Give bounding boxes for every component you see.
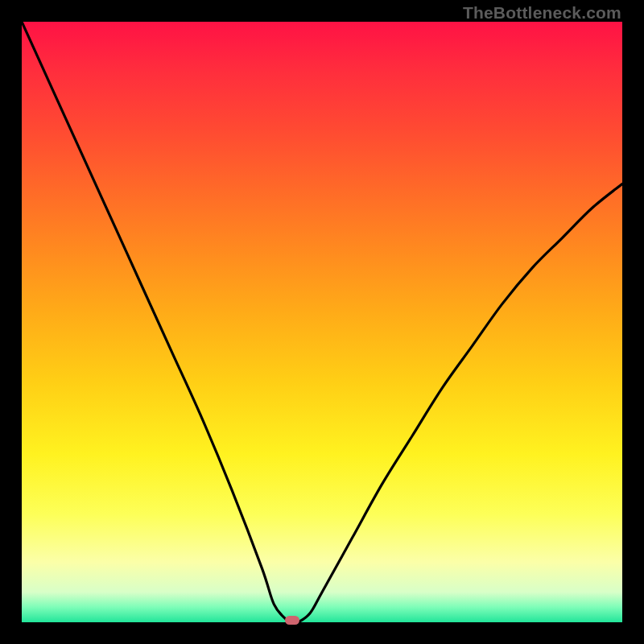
chart-background-gradient <box>22 22 622 622</box>
chart-frame: TheBottleneck.com <box>0 0 644 644</box>
watermark-text: TheBottleneck.com <box>463 3 621 23</box>
optimal-point-marker <box>285 616 299 625</box>
